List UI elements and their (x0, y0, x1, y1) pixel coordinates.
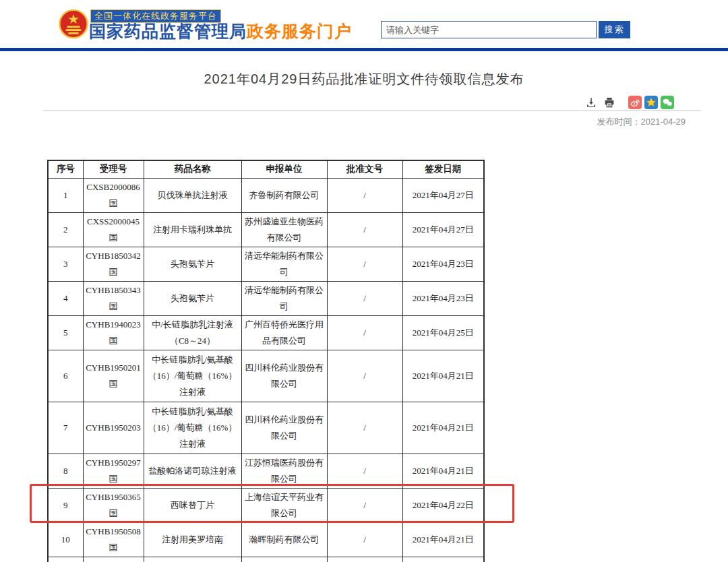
cell-approval-no: / (327, 402, 402, 454)
header-divider (0, 48, 728, 51)
column-header-seq: 序号 (48, 160, 83, 178)
cell-acceptance-no: CYHB1850343国 (83, 281, 144, 315)
cell-acceptance-no: CYHB1950203 (83, 402, 144, 454)
cell-applicant: 苏州盛迪亚生物医药有限公司 (241, 212, 327, 247)
brand-title: 国家药品监督管理局 (89, 22, 247, 40)
cell-drug-name: 盐酸帕洛诺司琼注射液 (144, 454, 241, 488)
cell-applicant: 四川科伦药业股份有限公司 (241, 350, 327, 402)
approval-table: 序号 受理号 药品名称 申报单位 批准文号 签发日期 1 CXSB2000086… (47, 160, 485, 562)
cell-acceptance-no: CXSB2000086国 (83, 178, 144, 212)
cell-issue-date: 2021年04月22日 (402, 488, 484, 522)
cell-issue-date: 2021年04月21日 (402, 350, 484, 402)
cell-seq: 4 (48, 281, 83, 315)
search-bar: 搜索 (381, 21, 630, 38)
cell-applicant: 清远华能制药有限公司 (241, 281, 327, 315)
publish-time: 发布时间：2021-04-29 (597, 116, 686, 128)
page-title: 2021年04月29日药品批准证明文件待领取信息发布 (0, 70, 728, 88)
cell-drug-name: 注射用美罗培南 (144, 522, 241, 557)
cell-acceptance-no: CYHB1950508国 (83, 522, 144, 557)
print-icon[interactable] (603, 96, 616, 109)
table-row: 8 CYHB1950297国 盐酸帕洛诺司琼注射液 江苏恒瑞医药股份有限公司 /… (48, 454, 484, 488)
cell-applicant: 齐鲁制药有限公司 (241, 178, 327, 212)
cell-issue-date: 2021年04月21日 (402, 454, 484, 488)
cell-issue-date: 2021年04月21日 (402, 402, 484, 454)
weibo-share-icon[interactable] (628, 96, 642, 109)
cell-drug-name: 头孢氨苄片 (144, 247, 241, 281)
cell-applicant (241, 557, 327, 562)
table-row-highlighted: 9 CYHB1950365国 西咪替丁片 上海信谊天平药业有限公司 / 2021… (48, 488, 484, 522)
search-button[interactable]: 搜索 (599, 21, 630, 38)
cell-issue-date: 2021年04月23日 (402, 247, 484, 281)
table-row: 2 CXSS2000045国 注射用卡瑞利珠单抗 苏州盛迪亚生物医药有限公司 /… (48, 212, 484, 247)
cell-drug-name: 西咪替丁片 (144, 488, 241, 522)
table-row: 3 CYHB1850342国 头孢氨苄片 清远华能制药有限公司 / 2021年0… (48, 247, 484, 281)
cell-approval-no: / (327, 212, 402, 247)
cell-acceptance-no: CYHB1950297国 (83, 454, 144, 488)
cell-acceptance-no: CXSS2000045国 (83, 212, 144, 247)
column-header-acceptance-no: 受理号 (83, 160, 144, 178)
cell-seq (48, 557, 83, 562)
cell-approval-no (327, 557, 402, 562)
qzone-share-icon[interactable] (644, 96, 658, 109)
table-header-row: 序号 受理号 药品名称 申报单位 批准文号 签发日期 (48, 160, 484, 178)
cell-seq: 9 (48, 488, 83, 522)
cell-approval-no: / (327, 350, 402, 402)
cell-issue-date: 2021年04月25日 (402, 315, 484, 350)
cell-applicant: 清远华能制药有限公司 (241, 247, 327, 281)
cell-approval-no: / (327, 281, 402, 315)
cell-seq: 8 (48, 454, 83, 488)
cell-acceptance-no: CYHB1950201国 (83, 350, 144, 402)
wechat-share-icon[interactable] (661, 96, 674, 109)
column-header-approval-no: 批准文号 (327, 160, 402, 178)
cell-applicant: 四川科伦药业股份有限公司 (241, 402, 327, 454)
table-row: 7 CYHB1950203 中长链脂肪乳/氨基酸（16）/葡萄糖（16%）注射液… (48, 402, 484, 454)
cell-acceptance-no (83, 557, 144, 562)
column-header-issue-date: 签发日期 (402, 160, 484, 178)
table-row: 10 CYHB1950508国 注射用美罗培南 瀚晖制药有限公司 / 2021年… (48, 522, 484, 557)
cell-seq: 6 (48, 350, 83, 402)
cell-drug-name: 中长链脂肪乳/氨基酸（16）/葡萄糖（16%）注射液 (144, 350, 241, 402)
cell-drug-name: 中/长链脂肪乳注射液（C8～24） (144, 315, 241, 350)
cell-seq: 5 (48, 315, 83, 350)
brand-link[interactable]: 国家药品监督管理局政务服务门户 (89, 20, 352, 42)
cell-acceptance-no: CYHB1940023国 (83, 315, 144, 350)
brand-portal-suffix: 政务服务门户 (247, 22, 352, 40)
cell-drug-name: 头孢氨苄片 (144, 281, 241, 315)
table-row: 6 CYHB1950201国 中长链脂肪乳/氨基酸（16）/葡萄糖（16%）注射… (48, 350, 484, 402)
title-divider (43, 110, 701, 111)
download-icon[interactable] (584, 96, 598, 109)
page: 全国一体化在线政务服务平台 国家药品监督管理局政务服务门户 搜索 2021年04… (0, 0, 728, 562)
cell-drug-name: 中长链脂肪乳/氨基酸（16）/葡萄糖（16%）注射液 (144, 402, 241, 454)
table-row: 4 CYHB1850343国 头孢氨苄片 清远华能制药有限公司 / 2021年0… (48, 281, 484, 315)
cell-issue-date (402, 557, 484, 562)
cell-acceptance-no: CYHB1850342国 (83, 247, 144, 281)
search-input[interactable] (381, 21, 597, 38)
cell-issue-date: 2021年04月21日 (402, 522, 484, 557)
cell-approval-no: / (327, 488, 402, 522)
column-header-drug-name: 药品名称 (144, 160, 241, 178)
table-row: 5 CYHB1940023国 中/长链脂肪乳注射液（C8～24） 广州百特侨光医… (48, 315, 484, 350)
cell-acceptance-no: CYHB1950365国 (83, 488, 144, 522)
cell-seq: 1 (48, 178, 83, 212)
cell-approval-no: / (327, 454, 402, 488)
cell-seq: 2 (48, 212, 83, 247)
cell-approval-no: / (327, 247, 402, 281)
cell-seq: 7 (48, 402, 83, 454)
cell-applicant: 瀚晖制药有限公司 (241, 522, 327, 557)
site-header: 全国一体化在线政务服务平台 国家药品监督管理局政务服务门户 搜索 (0, 0, 728, 48)
cell-approval-no: / (327, 315, 402, 350)
table-row-partial (48, 557, 484, 562)
cell-drug-name (144, 557, 241, 562)
cell-drug-name: 贝伐珠单抗注射液 (144, 178, 241, 212)
cell-applicant: 江苏恒瑞医药股份有限公司 (241, 454, 327, 488)
cell-seq: 10 (48, 522, 83, 557)
cell-applicant: 上海信谊天平药业有限公司 (241, 488, 327, 522)
share-toolbar (580, 96, 674, 109)
cell-approval-no: / (327, 178, 402, 212)
column-header-applicant: 申报单位 (241, 160, 327, 178)
cell-issue-date: 2021年04月27日 (402, 212, 484, 247)
table-row: 1 CXSB2000086国 贝伐珠单抗注射液 齐鲁制药有限公司 / 2021年… (48, 178, 484, 212)
cell-seq: 3 (48, 247, 83, 281)
cell-issue-date: 2021年04月27日 (402, 178, 484, 212)
cell-applicant: 广州百特侨光医疗用品有限公司 (241, 315, 327, 350)
